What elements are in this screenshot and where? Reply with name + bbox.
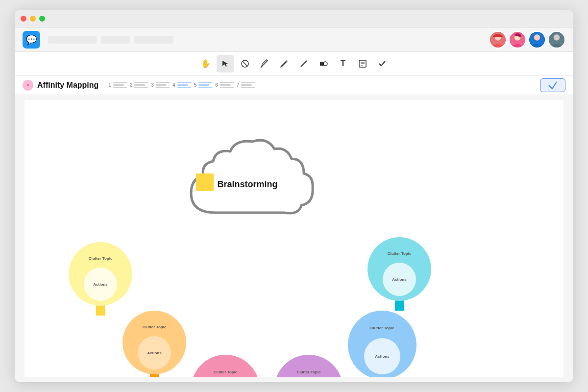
frame-logo: 🌸 [23, 80, 33, 91]
cluster-yellow-topic: Clutter Topic [89, 256, 113, 261]
select-tool[interactable] [217, 55, 234, 73]
frame-page-num-2: 2 [130, 82, 133, 88]
frame-line [198, 82, 212, 83]
cluster-orange[interactable]: Clutter Topic Actions [122, 311, 186, 377]
frame-page-6[interactable]: 6 [215, 82, 234, 88]
avatar-user-3[interactable] [528, 31, 546, 49]
frame-page-5[interactable]: 5 [194, 82, 213, 88]
svg-line-11 [301, 61, 307, 67]
cluster-blue[interactable]: Clutter Topic Actions [348, 311, 416, 377]
cluster-teal[interactable]: Clutter Topic Actions [368, 237, 431, 311]
frame-page-lines-2 [134, 82, 148, 88]
frame-line [241, 84, 252, 86]
frame-page-lines-1 [113, 82, 127, 88]
frame-page-num-3: 3 [151, 82, 154, 88]
frame-line [156, 87, 170, 88]
frame-page-7[interactable]: 7 [237, 82, 255, 88]
cluster-lilac-topic: Clutter Topic [297, 370, 321, 374]
frame-line [220, 84, 231, 86]
frame-line [177, 84, 188, 86]
frame-page-num-4: 4 [172, 82, 175, 88]
frame-line [113, 87, 127, 88]
frame-selected-icon [548, 81, 557, 90]
menu-item-view[interactable] [134, 36, 173, 44]
frame-page-num-1: 1 [108, 82, 111, 88]
cluster-orange-topic: Clutter Topic [143, 325, 167, 329]
sticky-tool[interactable] [354, 55, 371, 73]
frame-line [113, 84, 124, 86]
maximize-button[interactable] [39, 16, 45, 22]
drawing-canvas[interactable]: Brainstorming Clutter Topic Actions Clut… [24, 100, 564, 377]
cluster-yellow[interactable]: Clutter Topic Actions [69, 242, 132, 316]
frame-page-lines-6 [220, 82, 234, 88]
app-logo: 💬 [23, 31, 40, 49]
frame-page-1[interactable]: 1 [108, 82, 127, 88]
menu-bar: 💬 [15, 27, 573, 52]
cluster-pink[interactable]: Clutter Topic Actions [191, 355, 260, 377]
frame-line [220, 87, 234, 88]
svg-line-9 [243, 61, 247, 66]
cluster-orange-action: Actions [147, 351, 161, 355]
stamp-tool[interactable] [373, 55, 391, 73]
cluster-teal-topic: Clutter Topic [388, 251, 412, 256]
sticky-note[interactable] [196, 173, 214, 191]
frame-line [177, 87, 191, 88]
frame-line [134, 82, 148, 83]
toolbar: ✋ T [15, 52, 573, 75]
avatar-user-4[interactable] [548, 31, 565, 49]
frame-page-num-5: 5 [194, 82, 197, 88]
cluster-lilac[interactable]: Clutter Topic Actions [274, 355, 343, 377]
app-logo-icon: 💬 [26, 34, 37, 45]
cluster-yellow-pin [96, 305, 105, 316]
cluster-blue-action: Actions [375, 354, 389, 359]
title-bar [15, 10, 573, 27]
frame-line [198, 87, 212, 88]
frame-line [156, 82, 170, 83]
menu-item-file[interactable] [48, 36, 97, 44]
frame-line [177, 82, 191, 83]
svg-point-5 [534, 34, 540, 40]
svg-point-13 [323, 62, 327, 66]
frame-page-4[interactable]: 4 [172, 82, 191, 88]
frame-line [241, 87, 255, 88]
frame-page-3[interactable]: 3 [151, 82, 170, 88]
avatar-user-1[interactable] [489, 31, 507, 49]
pencil-tool[interactable] [275, 55, 293, 73]
frame-line [113, 82, 127, 83]
frame-line [134, 84, 145, 86]
user-avatars [489, 31, 565, 49]
cluster-teal-action: Actions [392, 277, 406, 282]
brainstorming-cloud[interactable]: Brainstorming [176, 134, 318, 234]
menu-items [48, 36, 173, 44]
svg-line-10 [261, 67, 262, 68]
frame-title: Affinity Mapping [37, 81, 98, 90]
canvas-area: 🌸 Affinity Mapping 1 2 [15, 75, 573, 382]
eraser-tool[interactable] [236, 55, 254, 73]
line-tool[interactable] [295, 55, 313, 73]
frame-page-2[interactable]: 2 [130, 82, 148, 88]
cluster-pink-topic: Clutter Topic [214, 370, 238, 374]
avatar-user-2[interactable] [509, 31, 526, 49]
frame-line [156, 84, 167, 86]
frame-page-lines-4 [177, 82, 191, 88]
frame-pages: 1 2 3 [108, 82, 536, 88]
menu-item-edit[interactable] [101, 36, 130, 44]
shape-tool[interactable] [315, 55, 332, 73]
app-window: 💬 [15, 10, 573, 382]
hand-tool[interactable]: ✋ [197, 55, 215, 73]
frame-selected-indicator[interactable] [540, 78, 565, 92]
frame-strip: 🌸 Affinity Mapping 1 2 [15, 75, 573, 95]
cluster-teal-pin [395, 300, 404, 311]
frame-page-lines-7 [241, 82, 255, 88]
frame-line [220, 82, 234, 83]
cluster-blue-topic: Clutter Topic [370, 326, 394, 330]
frame-line [134, 87, 148, 88]
frame-page-lines-5 [198, 82, 212, 88]
traffic-lights [21, 16, 45, 22]
svg-point-7 [554, 34, 560, 40]
pen-tool[interactable] [256, 55, 273, 73]
close-button[interactable] [21, 16, 26, 22]
cloud-label: Brainstorming [217, 179, 277, 190]
minimize-button[interactable] [30, 16, 36, 22]
text-tool[interactable]: T [334, 55, 352, 73]
